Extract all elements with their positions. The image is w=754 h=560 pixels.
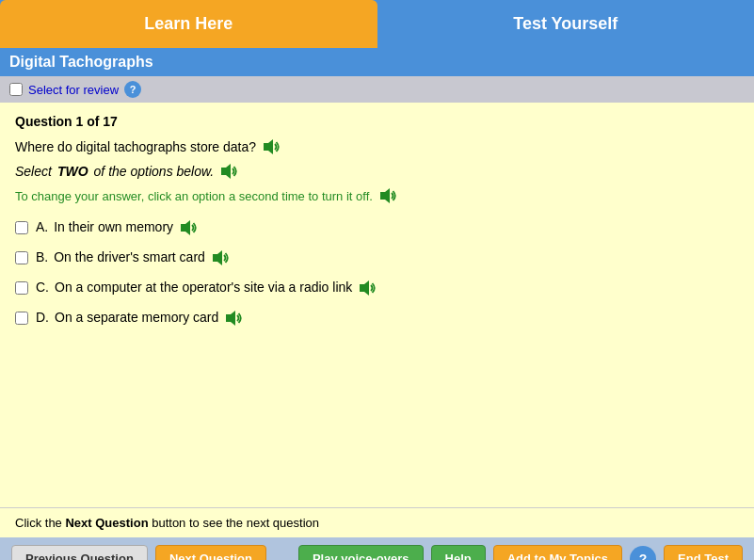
question-sound-icon[interactable]: [262, 138, 281, 155]
option-a-sound-icon[interactable]: [179, 219, 198, 236]
option-text-d: D. On a separate memory card: [36, 310, 243, 327]
footer-hint-suffix: button to see the next question: [149, 516, 319, 530]
tab-test[interactable]: Test Yourself: [377, 0, 755, 48]
page-title-bar: Digital Tachographs: [0, 48, 754, 76]
tab-bar: Learn Here Test Yourself: [0, 0, 754, 48]
svg-marker-4: [213, 250, 222, 265]
tab-test-label: Test Yourself: [513, 14, 618, 34]
instruction-text: Select TWO of the options below.: [15, 163, 739, 180]
option-b-sound-icon[interactable]: [211, 249, 230, 266]
bottom-help-circle-icon[interactable]: ?: [630, 546, 656, 561]
bottom-bar: Previous Question Next Question Play voi…: [0, 537, 754, 560]
review-label[interactable]: Select for review: [28, 83, 119, 97]
review-bar: Select for review ?: [0, 76, 754, 103]
option-checkbox-a[interactable]: [15, 221, 28, 234]
svg-marker-0: [264, 139, 273, 154]
change-hint-sound-icon[interactable]: [378, 187, 397, 204]
instruction-suffix: of the options below.: [94, 164, 215, 179]
option-text-c: C. On a computer at the operator's site …: [36, 280, 377, 296]
option-item-c[interactable]: C. On a computer at the operator's site …: [15, 280, 739, 296]
option-checkbox-d[interactable]: [15, 312, 28, 325]
option-item-a[interactable]: A. In their own memory: [15, 219, 739, 236]
option-item-b[interactable]: B. On the driver's smart card: [15, 249, 739, 266]
option-letter-a: A.: [36, 219, 48, 234]
svg-marker-1: [221, 164, 231, 179]
main-content: Question 1 of 17 Where do digital tachog…: [0, 103, 754, 507]
instruction-sound-icon[interactable]: [219, 163, 238, 180]
option-checkbox-b[interactable]: [15, 251, 28, 264]
question-text: Where do digital tachographs store data?: [15, 138, 739, 155]
question-text-label: Where do digital tachographs store data?: [15, 139, 256, 154]
option-letter-c: C.: [36, 280, 49, 295]
option-label-a: In their own memory: [54, 219, 173, 234]
option-label-c: On a computer at the operator's site via…: [55, 280, 352, 295]
option-label-d: On a separate memory card: [55, 310, 218, 325]
play-voice-overs-button[interactable]: Play voice-overs: [298, 545, 424, 560]
option-text-a: A. In their own memory: [36, 219, 198, 236]
option-letter-d: D.: [36, 310, 49, 325]
option-text-b: B. On the driver's smart card: [36, 249, 230, 266]
instruction-emphasis: TWO: [57, 164, 88, 179]
option-letter-b: B.: [36, 249, 48, 264]
option-checkbox-c[interactable]: [15, 281, 28, 295]
tab-learn[interactable]: Learn Here: [0, 0, 377, 48]
footer-hint-strong: Next Question: [65, 516, 148, 530]
svg-marker-2: [380, 188, 390, 203]
footer-hint-prefix: Click the: [15, 516, 65, 530]
options-list: A. In their own memory B. On the driver'…: [15, 219, 739, 327]
svg-marker-3: [181, 220, 190, 235]
option-c-sound-icon[interactable]: [358, 280, 377, 296]
change-hint: To change your answer, click an option a…: [15, 187, 739, 204]
review-help-icon[interactable]: ?: [124, 81, 141, 98]
end-test-button[interactable]: End Test: [664, 545, 743, 560]
footer-hint: Click the Next Question button to see th…: [0, 507, 754, 537]
change-hint-text: To change your answer, click an option a…: [15, 189, 373, 203]
help-button[interactable]: Help: [431, 545, 486, 560]
option-label-b: On the driver's smart card: [54, 249, 205, 264]
tab-learn-label: Learn Here: [144, 14, 233, 34]
add-to-my-topics-button[interactable]: Add to My Topics: [493, 545, 622, 560]
next-question-button[interactable]: Next Question: [155, 545, 266, 560]
question-counter: Question 1 of 17: [15, 114, 739, 129]
option-d-sound-icon[interactable]: [224, 310, 243, 327]
page-title: Digital Tachographs: [9, 54, 153, 70]
review-checkbox[interactable]: [9, 83, 23, 96]
previous-question-button[interactable]: Previous Question: [11, 545, 148, 560]
option-item-d[interactable]: D. On a separate memory card: [15, 310, 739, 327]
instruction-prefix: Select: [15, 164, 52, 179]
svg-marker-5: [360, 280, 369, 296]
svg-marker-6: [226, 311, 235, 326]
